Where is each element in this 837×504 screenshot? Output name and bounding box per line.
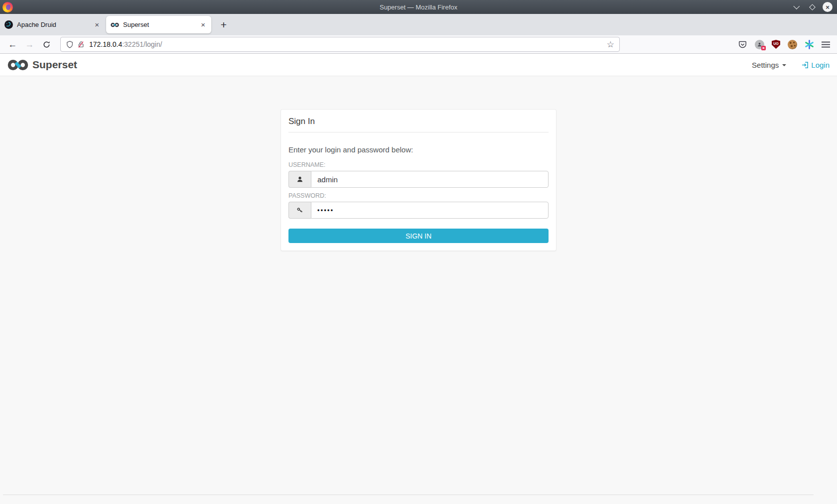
diamond-icon bbox=[809, 4, 816, 10]
lock-slash-icon[interactable] bbox=[77, 40, 85, 49]
login-link[interactable]: Login bbox=[801, 61, 830, 69]
settings-label: Settings bbox=[752, 61, 779, 69]
password-input-group bbox=[288, 202, 549, 219]
sign-in-card: Sign In Enter your login and password be… bbox=[280, 109, 557, 251]
bookmark-star-icon[interactable]: ☆ bbox=[607, 39, 614, 50]
tab-strip: Apache Druid × Superset × + bbox=[0, 14, 837, 35]
key-icon bbox=[288, 202, 311, 219]
superset-brand[interactable]: Superset bbox=[7, 59, 77, 71]
toolbar-extension-area: ✕ UO bbox=[738, 40, 832, 49]
instruction-text: Enter your login and password below: bbox=[288, 145, 549, 154]
username-label: USERNAME: bbox=[288, 161, 549, 168]
brand-title: Superset bbox=[32, 59, 77, 71]
tab-superset[interactable]: Superset × bbox=[106, 16, 211, 33]
reload-icon bbox=[43, 41, 50, 48]
sign-in-form: Enter your login and password below: USE… bbox=[281, 145, 556, 251]
extension-disabled-icon[interactable]: ✕ bbox=[755, 40, 764, 49]
maximize-button[interactable] bbox=[807, 2, 817, 12]
firefox-window: Superset — Mozilla Firefox × Apache Drui… bbox=[0, 0, 837, 504]
tab-close-icon[interactable]: × bbox=[93, 20, 101, 29]
sign-in-button[interactable]: SIGN IN bbox=[288, 229, 549, 243]
druid-favicon-icon bbox=[4, 20, 13, 29]
back-button[interactable]: ← bbox=[5, 37, 20, 51]
password-input[interactable] bbox=[311, 202, 549, 219]
tab-label: Apache Druid bbox=[17, 21, 93, 28]
page-content: Sign In Enter your login and password be… bbox=[0, 76, 837, 504]
hamburger-menu-icon[interactable] bbox=[822, 41, 830, 48]
tab-label: Superset bbox=[123, 21, 199, 28]
caret-down-icon bbox=[782, 64, 786, 66]
tab-close-icon[interactable]: × bbox=[199, 20, 207, 29]
url-host: 172.18.0.4 bbox=[89, 40, 122, 48]
superset-navbar: Superset Settings Login bbox=[0, 54, 837, 76]
username-input[interactable] bbox=[311, 171, 549, 188]
firefox-icon bbox=[2, 2, 13, 12]
reload-button[interactable] bbox=[39, 37, 54, 51]
url-text[interactable]: 172.18.0.4:32251/login/ bbox=[89, 40, 607, 48]
window-title: Superset — Mozilla Firefox bbox=[0, 3, 837, 11]
minimize-button[interactable] bbox=[792, 2, 802, 12]
url-path: :32251/login/ bbox=[122, 40, 162, 48]
chevron-down-icon bbox=[793, 3, 800, 9]
browser-toolbar: ← → 172.18.0.4:32251/login/ ☆ ✕ UO bbox=[0, 35, 837, 54]
close-icon: × bbox=[826, 4, 830, 10]
pocket-icon[interactable] bbox=[738, 40, 747, 49]
sign-in-arrow-icon bbox=[801, 61, 809, 69]
password-label: PASSWORD: bbox=[288, 192, 549, 199]
new-tab-button[interactable]: + bbox=[217, 19, 230, 31]
url-bar[interactable]: 172.18.0.4:32251/login/ ☆ bbox=[60, 37, 620, 52]
superset-favicon-icon bbox=[111, 20, 119, 29]
superset-logo-icon bbox=[7, 59, 28, 71]
settings-menu[interactable]: Settings bbox=[752, 61, 786, 69]
window-titlebar: Superset — Mozilla Firefox × bbox=[0, 0, 837, 14]
footer-divider bbox=[3, 495, 814, 495]
badge-x-icon: ✕ bbox=[761, 46, 766, 50]
navbar-right: Settings Login bbox=[752, 61, 830, 69]
close-window-button[interactable]: × bbox=[823, 2, 833, 12]
user-icon bbox=[288, 171, 311, 188]
ublock-origin-icon[interactable]: UO bbox=[772, 40, 780, 49]
cookie-extension-icon[interactable] bbox=[788, 40, 797, 49]
asterisk-extension-icon[interactable] bbox=[805, 40, 814, 49]
forward-button[interactable]: → bbox=[22, 37, 37, 51]
tab-apache-druid[interactable]: Apache Druid × bbox=[0, 16, 105, 33]
login-label: Login bbox=[811, 61, 830, 69]
window-controls: × bbox=[792, 2, 833, 12]
shield-icon[interactable] bbox=[66, 40, 74, 49]
username-input-group bbox=[288, 171, 549, 188]
card-title: Sign In bbox=[288, 110, 549, 132]
